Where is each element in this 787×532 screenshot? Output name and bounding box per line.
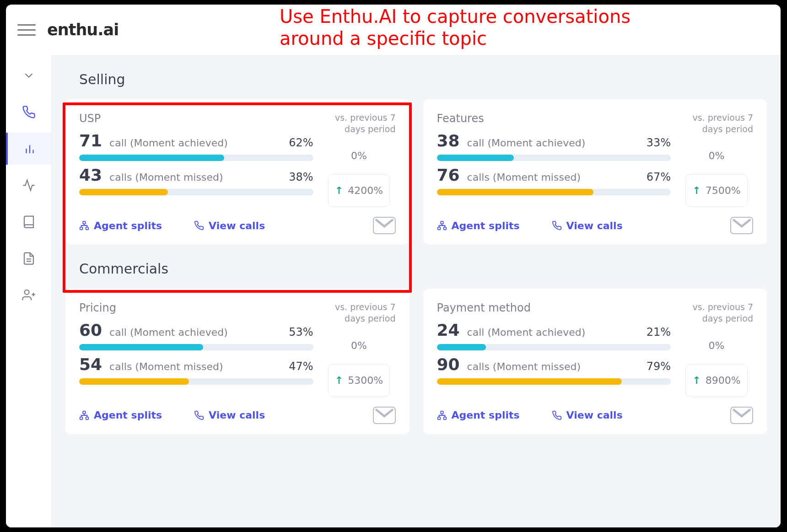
phone-icon	[22, 105, 36, 119]
phone-icon	[552, 410, 562, 420]
agent-splits-link[interactable]: Agent splits	[437, 220, 520, 231]
svg-rect-19	[443, 417, 446, 419]
sidebar-item-calls[interactable]	[6, 96, 51, 128]
svg-rect-15	[80, 417, 83, 419]
achieved-bar	[79, 344, 313, 350]
svg-rect-17	[441, 411, 443, 414]
section-title-commercials: Commercials	[65, 244, 767, 289]
mail-button[interactable]	[730, 217, 753, 234]
activity-icon	[22, 178, 36, 192]
svg-rect-10	[86, 227, 89, 230]
view-calls-link[interactable]: View calls	[552, 409, 623, 421]
svg-rect-13	[443, 227, 446, 230]
vs-period-label: vs. previous 7 days period	[680, 301, 753, 324]
agent-splits-link[interactable]: Agent splits	[437, 409, 520, 421]
svg-rect-11	[441, 221, 443, 224]
vs-period-label: vs. previous 7 days period	[323, 301, 396, 324]
side-top-value: 0%	[351, 150, 367, 161]
delta-value: 4200%	[348, 185, 383, 196]
sidebar-item-analytics[interactable]	[6, 133, 51, 165]
arrow-up-icon: ↑	[692, 375, 701, 386]
missed-pct: 79%	[647, 360, 671, 373]
view-calls-label: View calls	[209, 220, 265, 231]
achieved-bar	[437, 344, 671, 350]
missed-bar	[79, 378, 313, 385]
agent-splits-link[interactable]: Agent splits	[79, 409, 162, 421]
hierarchy-icon	[79, 220, 89, 231]
add-user-icon	[22, 288, 36, 302]
achieved-pct: 62%	[289, 136, 313, 149]
card-title: Pricing	[79, 301, 313, 314]
missed-count: 54	[79, 355, 102, 374]
missed-count: 76	[437, 166, 460, 184]
achieved-count: 38	[437, 131, 460, 150]
phone-icon	[552, 220, 562, 231]
mail-button[interactable]	[730, 407, 753, 424]
section-title-selling: Selling	[65, 55, 767, 99]
svg-rect-9	[80, 227, 83, 230]
menu-toggle[interactable]	[17, 21, 36, 39]
arrow-up-icon: ↑	[335, 185, 343, 196]
missed-bar	[437, 189, 671, 195]
svg-rect-8	[83, 221, 86, 224]
bar-chart-icon	[23, 142, 37, 156]
svg-rect-14	[83, 411, 86, 414]
side-top-value: 0%	[351, 340, 367, 351]
side-top-value: 0%	[709, 340, 725, 351]
vs-period-label: vs. previous 7 days period	[680, 112, 753, 134]
achieved-pct: 53%	[289, 326, 313, 339]
phone-icon	[194, 220, 204, 231]
side-top-value: 0%	[709, 150, 725, 161]
chevron-down-icon	[22, 69, 36, 82]
mail-button[interactable]	[373, 217, 396, 234]
view-calls-link[interactable]: View calls	[552, 220, 623, 231]
delta-box: ↑ 5300%	[328, 364, 390, 397]
mail-icon	[731, 408, 752, 423]
book-icon	[22, 215, 36, 229]
missed-label: calls (Moment missed)	[109, 172, 223, 183]
sidebar-item-activity[interactable]	[6, 169, 51, 201]
achieved-count: 71	[79, 131, 102, 150]
svg-rect-16	[86, 417, 89, 419]
achieved-label: call (Moment achieved)	[467, 137, 586, 149]
achieved-bar	[79, 155, 313, 161]
missed-pct: 38%	[289, 171, 313, 183]
achieved-label: call (Moment achieved)	[109, 327, 228, 338]
delta-value: 5300%	[348, 375, 383, 386]
achieved-count: 24	[437, 321, 460, 339]
card-title: USP	[79, 112, 313, 125]
achieved-count: 60	[79, 321, 102, 339]
hierarchy-icon	[437, 220, 447, 231]
arrow-up-icon: ↑	[692, 185, 701, 196]
content-area: Selling USP 71 call (Moment achieved) 62…	[52, 55, 781, 527]
missed-count: 90	[437, 355, 460, 374]
arrow-up-icon: ↑	[335, 375, 343, 386]
achieved-bar	[437, 155, 671, 161]
brand-logo: enthu.ai	[47, 21, 119, 39]
delta-value: 8900%	[706, 375, 741, 386]
sidebar-item-add-user[interactable]	[6, 279, 51, 311]
view-calls-label: View calls	[209, 409, 265, 421]
card-title: Features	[437, 112, 671, 125]
mail-icon	[374, 218, 395, 233]
delta-box: ↑ 8900%	[685, 364, 747, 397]
view-calls-link[interactable]: View calls	[194, 409, 265, 421]
missed-label: calls (Moment missed)	[109, 361, 223, 372]
sidebar-item-reports[interactable]	[6, 242, 51, 274]
document-icon	[22, 252, 36, 265]
phone-icon	[194, 410, 204, 420]
delta-box: ↑ 7500%	[685, 174, 747, 207]
annotation-text: Use Enthu.AI to capture conversations ar…	[280, 5, 631, 49]
missed-bar	[437, 378, 671, 385]
missed-label: calls (Moment missed)	[467, 172, 581, 183]
mail-button[interactable]	[373, 407, 396, 424]
sidebar-item-collapse[interactable]	[6, 59, 51, 91]
view-calls-label: View calls	[566, 220, 623, 231]
agent-splits-label: Agent splits	[452, 409, 520, 421]
card-payment-method: Payment method 24 call (Moment achieved)…	[423, 289, 767, 434]
view-calls-link[interactable]: View calls	[194, 220, 265, 231]
agent-splits-link[interactable]: Agent splits	[79, 220, 162, 231]
delta-box: ↑ 4200%	[328, 174, 390, 207]
sidebar-item-library[interactable]	[6, 206, 51, 238]
delta-value: 7500%	[706, 185, 741, 196]
